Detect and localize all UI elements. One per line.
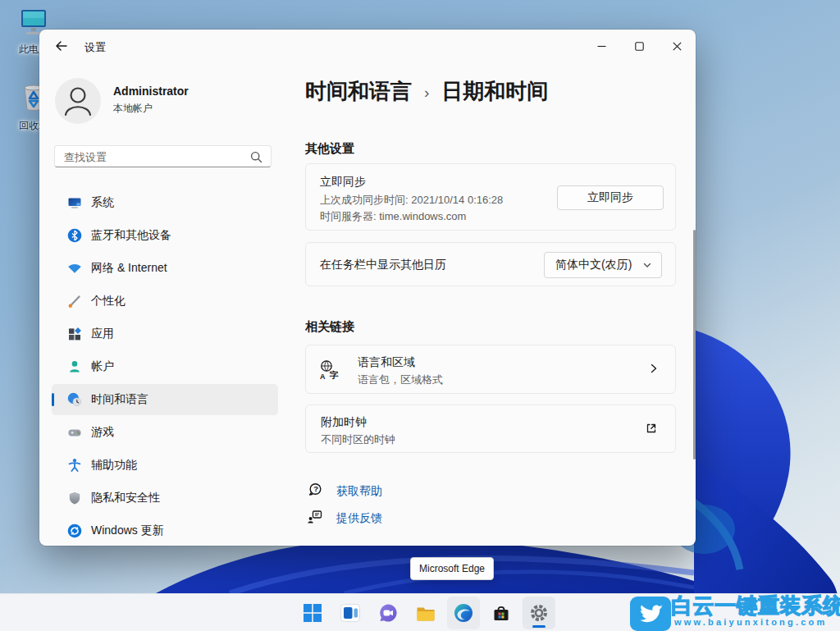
person-icon [55, 78, 101, 124]
sidebar-item-personalization[interactable]: 个性化 [52, 286, 278, 317]
breadcrumb-parent[interactable]: 时间和语言 [305, 77, 412, 106]
sidebar-item-label: 蓝牙和其他设备 [91, 228, 171, 243]
sidebar-item-label: 辅助功能 [91, 458, 137, 473]
gamepad-icon [66, 423, 84, 441]
calendar-dropdown[interactable]: 简体中文(农历) [544, 252, 662, 278]
profile-account-type: 本地帐户 [113, 102, 153, 116]
profile-name: Administrator [113, 85, 189, 98]
sidebar-item-label: 帐户 [91, 359, 114, 374]
content-scrollbar[interactable] [693, 230, 696, 460]
breadcrumb: 时间和语言 › 日期和时间 [305, 77, 548, 106]
chat-icon [377, 602, 399, 624]
task-view-icon [340, 602, 361, 624]
sync-card: 立即同步 上次成功同步时间: 2021/10/14 0:16:28 时间服务器:… [305, 163, 676, 231]
breadcrumb-separator-icon: › [424, 84, 429, 102]
help-icon: ? [307, 482, 323, 501]
watermark-logo [630, 597, 671, 631]
sidebar-item-label: 个性化 [91, 294, 126, 309]
sidebar-item-gaming[interactable]: 游戏 [52, 417, 278, 448]
sidebar-item-label: 系统 [91, 195, 114, 210]
update-arrows-icon [66, 522, 84, 540]
search-icon [249, 150, 263, 167]
sidebar-item-label: 应用 [91, 327, 114, 341]
settings-button[interactable] [523, 597, 555, 629]
sidebar-item-label: 时间和语言 [91, 392, 148, 407]
desktop: 此电脑 回收站 设置 [0, 0, 840, 631]
page-title: 日期和时间 [441, 77, 548, 106]
store-button[interactable] [485, 597, 518, 629]
additional-clocks-title: 附加时钟 [321, 415, 367, 430]
edge-icon [453, 602, 474, 624]
file-explorer-icon [415, 602, 436, 624]
chevron-down-icon [641, 259, 653, 271]
sidebar-item-label: Windows 更新 [91, 524, 164, 538]
titlebar[interactable]: 设置 [39, 30, 696, 62]
minimize-button[interactable] [582, 30, 620, 62]
sync-card-title: 立即同步 [320, 175, 366, 190]
settings-window: 设置 Administrator 本地帐户 查找设置 [39, 30, 696, 546]
sidebar-item-label: 隐私和安全性 [91, 491, 160, 505]
additional-clocks-subtitle: 不同时区的时钟 [321, 432, 395, 447]
sidebar-item-accounts[interactable]: 帐户 [52, 351, 278, 382]
language-region-row[interactable]: 字 A 语言和区域 语言包，区域格式 [305, 345, 676, 394]
additional-clocks-row[interactable]: 附加时钟 不同时区的时钟 [305, 405, 676, 453]
calendar-dropdown-value: 简体中文(农历) [555, 258, 641, 272]
sidebar-item-bluetooth-devices[interactable]: 蓝牙和其他设备 [52, 220, 278, 251]
sidebar-item-accessibility[interactable]: 辅助功能 [52, 450, 278, 481]
chevron-right-icon [647, 362, 660, 378]
watermark-url: www.baiyunxitong.com [674, 617, 827, 627]
time-server: 时间服务器: time.windows.com [320, 209, 466, 224]
get-help-link[interactable]: ? 获取帮助 [307, 482, 382, 501]
gear-icon [528, 602, 550, 624]
start-button[interactable] [296, 597, 329, 629]
last-sync-time: 上次成功同步时间: 2021/10/14 0:16:28 [320, 193, 503, 208]
language-globe-icon: 字 A [318, 359, 341, 385]
chat-button[interactable] [372, 597, 404, 629]
sidebar: 系统 蓝牙和其他设备 网络 & Internet [52, 187, 278, 548]
maximize-button[interactable] [620, 30, 658, 62]
back-button[interactable] [48, 34, 75, 58]
search-input[interactable]: 查找设置 [54, 145, 272, 167]
watermark-title: 白云一键重装系统 [671, 592, 840, 620]
maximize-icon [635, 42, 644, 51]
sidebar-item-network-internet[interactable]: 网络 & Internet [52, 253, 278, 284]
bluetooth-icon [66, 226, 84, 245]
system-icon [66, 194, 84, 212]
avatar[interactable] [55, 78, 101, 124]
feedback-label: 提供反馈 [336, 511, 382, 526]
calendar-label: 在任务栏中显示其他日历 [320, 258, 446, 272]
shield-icon [66, 489, 84, 507]
window-title: 设置 [84, 40, 106, 55]
svg-text:A: A [320, 373, 326, 381]
minimize-icon [597, 42, 606, 51]
account-person-icon [66, 358, 84, 376]
apps-icon [66, 325, 84, 343]
sidebar-item-apps[interactable]: 应用 [52, 318, 278, 350]
wifi-icon [66, 259, 84, 277]
bird-icon [636, 601, 665, 626]
accessibility-person-icon [66, 456, 84, 474]
sidebar-item-windows-update[interactable]: Windows 更新 [52, 515, 278, 546]
task-view-button[interactable] [334, 597, 367, 629]
search-placeholder: 查找设置 [64, 150, 107, 165]
close-icon [673, 42, 682, 51]
file-explorer-button[interactable] [409, 597, 442, 629]
section-related-links: 相关链接 [305, 319, 354, 335]
feedback-icon [307, 509, 323, 528]
sync-now-button[interactable]: 立即同步 [557, 185, 664, 210]
windows-logo-icon [302, 602, 323, 624]
sidebar-item-system[interactable]: 系统 [52, 187, 278, 218]
calendar-card: 在任务栏中显示其他日历 简体中文(农历) [305, 242, 676, 286]
section-other-settings: 其他设置 [305, 141, 354, 157]
feedback-link[interactable]: 提供反馈 [307, 509, 382, 528]
sidebar-item-time-language[interactable]: 时间和语言 [52, 384, 278, 415]
edge-button[interactable] [447, 597, 480, 629]
language-region-subtitle: 语言包，区域格式 [358, 373, 443, 387]
svg-text:?: ? [313, 484, 318, 493]
close-button[interactable] [658, 30, 696, 62]
sidebar-item-label: 游戏 [91, 425, 114, 440]
brush-icon [66, 292, 84, 310]
svg-text:字: 字 [330, 370, 339, 380]
sidebar-item-privacy-security[interactable]: 隐私和安全性 [52, 482, 278, 514]
taskbar-app-group [296, 597, 555, 629]
